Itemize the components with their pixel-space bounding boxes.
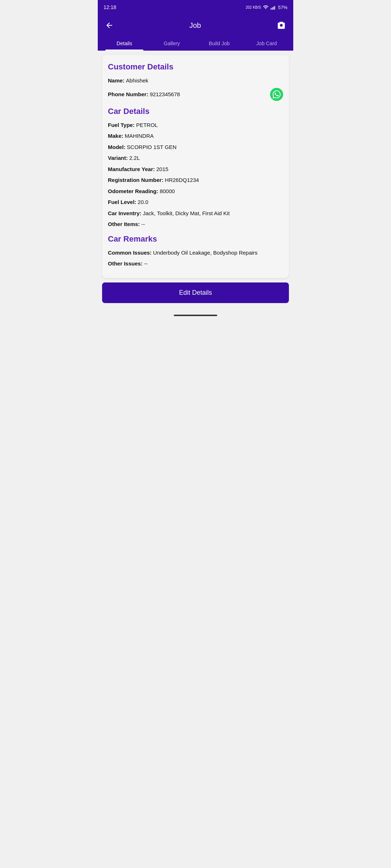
phone-label: Phone Number: — [108, 91, 148, 97]
common-issues-label: Common Issues: — [108, 249, 152, 257]
status-bar: 12:18 202 KB/S 57% — [98, 0, 293, 14]
car-inventory-value: Jack, Toolkit, Dicky Mat, First Aid Kit — [143, 209, 230, 218]
tab-bar: Details Gallery Build Job Job Card — [98, 36, 293, 51]
fuel-level-row: Fuel Level: 20.0 — [108, 198, 283, 207]
car-details-title: Car Details — [108, 107, 283, 116]
wifi-icon — [263, 4, 269, 10]
phone-row: Phone Number: 9212345678 — [108, 88, 283, 101]
home-indicator-bar — [174, 315, 217, 316]
tab-build-job[interactable]: Build Job — [196, 36, 243, 51]
tab-job-card[interactable]: Job Card — [243, 36, 290, 51]
app-header: Job — [98, 14, 293, 36]
manufacture-year-label: Manufacture Year: — [108, 165, 155, 174]
battery-level: 57% — [278, 5, 287, 10]
main-content: Customer Details Name: Abhishek Phone Nu… — [98, 51, 293, 312]
odometer-value: 80000 — [160, 187, 175, 196]
car-remarks-title: Car Remarks — [108, 234, 283, 244]
status-icons: 202 KB/S 57% — [246, 4, 287, 10]
phone-label-value-group: Phone Number: 9212345678 — [108, 91, 180, 97]
common-issues-value: Underbody Oil Leakage, Bodyshop Repairs — [153, 249, 258, 257]
fuel-type-label: Fuel Type: — [108, 121, 135, 129]
fuel-type-row: Fuel Type: PETROL — [108, 121, 283, 129]
signal-icon — [270, 4, 276, 10]
fuel-level-value: 20.0 — [138, 198, 148, 207]
name-label: Name: — [108, 77, 125, 85]
variant-row: Variant: 2.2L — [108, 154, 283, 162]
network-speed: 202 KB/S — [246, 5, 261, 9]
details-card: Customer Details Name: Abhishek Phone Nu… — [102, 55, 289, 278]
whatsapp-icon — [273, 90, 281, 98]
tab-details[interactable]: Details — [101, 36, 148, 51]
svg-rect-2 — [273, 7, 274, 10]
phone-value: 9212345678 — [150, 91, 180, 97]
registration-number-label: Registration Number: — [108, 176, 163, 184]
manufacture-year-row: Manufacture Year: 2015 — [108, 165, 283, 174]
bottom-indicator — [98, 312, 293, 318]
registration-number-row: Registration Number: HR26DQ1234 — [108, 176, 283, 184]
model-label: Model: — [108, 143, 125, 152]
variant-label: Variant: — [108, 154, 128, 162]
name-value: Abhishek — [126, 77, 148, 85]
page-title: Job — [189, 21, 201, 30]
other-items-row: Other Items: -- — [108, 220, 283, 229]
make-value: MAHINDRA — [125, 132, 154, 140]
whatsapp-button[interactable] — [270, 88, 283, 101]
back-arrow-icon — [105, 21, 114, 30]
car-inventory-row: Car Inventry: Jack, Toolkit, Dicky Mat, … — [108, 209, 283, 218]
edit-details-button[interactable]: Edit Details — [102, 282, 289, 303]
status-time: 12:18 — [104, 4, 116, 10]
other-items-value: -- — [141, 220, 145, 229]
other-issues-value: -- — [144, 260, 148, 268]
svg-rect-1 — [272, 8, 273, 10]
make-row: Make: MAHINDRA — [108, 132, 283, 140]
common-issues-row: Common Issues: Underbody Oil Leakage, Bo… — [108, 249, 283, 257]
other-issues-row: Other Issues: -- — [108, 260, 283, 268]
manufacture-year-value: 2015 — [156, 165, 168, 174]
fuel-level-label: Fuel Level: — [108, 198, 136, 207]
back-button[interactable] — [104, 20, 115, 31]
fuel-type-value: PETROL — [136, 121, 158, 129]
model-value: SCORPIO 1ST GEN — [127, 143, 176, 152]
variant-value: 2.2L — [129, 154, 140, 162]
svg-rect-0 — [271, 8, 272, 10]
other-items-label: Other Items: — [108, 220, 140, 229]
make-label: Make: — [108, 132, 123, 140]
customer-details-title: Customer Details — [108, 62, 283, 72]
tab-gallery[interactable]: Gallery — [148, 36, 196, 51]
odometer-row: Odometer Reading: 80000 — [108, 187, 283, 196]
camera-icon — [277, 21, 286, 30]
customer-name-row: Name: Abhishek — [108, 77, 283, 85]
svg-rect-3 — [274, 6, 275, 10]
car-inventory-label: Car Inventry: — [108, 209, 142, 218]
camera-button[interactable] — [275, 19, 287, 31]
odometer-label: Odometer Reading: — [108, 187, 158, 196]
model-row: Model: SCORPIO 1ST GEN — [108, 143, 283, 152]
other-issues-label: Other Issues: — [108, 260, 143, 268]
registration-number-value: HR26DQ1234 — [165, 176, 199, 184]
